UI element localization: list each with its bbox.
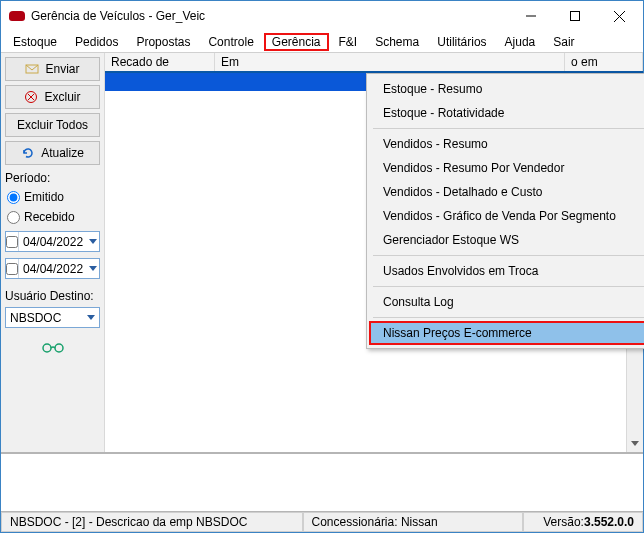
date-to-dropdown[interactable] xyxy=(87,259,99,278)
radio-recebido[interactable]: Recebido xyxy=(5,209,100,225)
menuitem-vendidos-resumo-por-vendedor[interactable]: Vendidos - Resumo Por Vendedor xyxy=(369,156,644,180)
menu-estoque[interactable]: Estoque xyxy=(5,33,65,51)
menuitem-consulta-log[interactable]: Consulta Log xyxy=(369,290,644,314)
main-area: Recado de Em o em Estoque - ResumoEstoqu… xyxy=(105,53,643,452)
date-to-value: 04/04/2022 xyxy=(19,262,87,276)
enviar-button[interactable]: Enviar xyxy=(5,57,100,81)
radio-emitido[interactable]: Emitido xyxy=(5,189,100,205)
menu-ger-ncia[interactable]: Gerência xyxy=(264,33,329,51)
titlebar: Gerência de Veículos - Ger_Veic xyxy=(1,1,643,31)
col-em[interactable]: Em xyxy=(215,53,565,71)
chevron-down-icon xyxy=(89,266,97,271)
menu-separator xyxy=(373,286,644,287)
menu-pedidos[interactable]: Pedidos xyxy=(67,33,126,51)
grid-headers: Recado de Em o em xyxy=(105,53,643,73)
periodo-label: Período: xyxy=(5,171,100,185)
menu-f-i[interactable]: F&I xyxy=(331,33,366,51)
menuitem-vendidos-detalhado-e-custo[interactable]: Vendidos - Detalhado e Custo xyxy=(369,180,644,204)
excluir-button[interactable]: Excluir xyxy=(5,85,100,109)
radio-recebido-input[interactable] xyxy=(7,211,20,224)
menuitem-nissan-pre-os-e-commerce[interactable]: Nissan Preços E-commerce xyxy=(369,321,644,345)
menu-schema[interactable]: Schema xyxy=(367,33,427,51)
chevron-down-icon xyxy=(631,441,639,446)
menu-utilit-rios[interactable]: Utilitários xyxy=(429,33,494,51)
status-right: Versão: 3.552.0.0 xyxy=(523,512,643,532)
mail-icon xyxy=(25,62,39,76)
menuitem-estoque-rotatividade[interactable]: Estoque - Rotatividade xyxy=(369,101,644,125)
glasses-icon[interactable] xyxy=(5,340,100,357)
grid-body[interactable]: Estoque - ResumoEstoque - RotatividadeVe… xyxy=(105,73,643,452)
col-recado-de[interactable]: Recado de xyxy=(105,53,215,71)
scroll-down-button[interactable] xyxy=(627,435,643,452)
sidebar: Enviar Excluir Excluir Todos Atualize Pe… xyxy=(1,53,105,452)
maximize-button[interactable] xyxy=(553,2,597,30)
body: Enviar Excluir Excluir Todos Atualize Pe… xyxy=(1,53,643,452)
svg-point-9 xyxy=(55,344,63,352)
excluir-label: Excluir xyxy=(44,90,80,104)
date-from-check[interactable] xyxy=(6,232,19,251)
menuitem-vendidos-resumo[interactable]: Vendidos - Resumo xyxy=(369,132,644,156)
radio-recebido-label: Recebido xyxy=(24,210,75,224)
menu-separator xyxy=(373,317,644,318)
gerencia-dropdown: Estoque - ResumoEstoque - RotatividadeVe… xyxy=(366,73,644,349)
menu-separator xyxy=(373,255,644,256)
menu-separator xyxy=(373,128,644,129)
chevron-down-icon xyxy=(89,239,97,244)
date-from-value: 04/04/2022 xyxy=(19,235,87,249)
delete-icon xyxy=(24,90,38,104)
svg-rect-1 xyxy=(571,12,580,21)
chevron-down-icon xyxy=(87,315,95,320)
status-bar: NBSDOC - [2] - Descricao da emp NBSDOC C… xyxy=(1,512,643,532)
enviar-label: Enviar xyxy=(45,62,79,76)
atualize-label: Atualize xyxy=(41,146,84,160)
usuario-combo[interactable]: NBSDOC xyxy=(5,307,100,328)
close-button[interactable] xyxy=(597,2,641,30)
status-left: NBSDOC - [2] - Descricao da emp NBSDOC xyxy=(1,512,303,532)
date-from-checkbox[interactable] xyxy=(6,236,18,248)
excluir-todos-label: Excluir Todos xyxy=(17,118,88,132)
lower-panel xyxy=(1,452,643,512)
menuitem-vendidos-gr-fico-de-venda-por-segmento[interactable]: Vendidos - Gráfico de Venda Por Segmento xyxy=(369,204,644,228)
svg-point-8 xyxy=(43,344,51,352)
date-to-check[interactable] xyxy=(6,259,19,278)
usuario-dropdown[interactable] xyxy=(83,308,99,327)
refresh-icon xyxy=(21,146,35,160)
usuario-value: NBSDOC xyxy=(6,311,83,325)
date-from[interactable]: 04/04/2022 xyxy=(5,231,100,252)
date-to[interactable]: 04/04/2022 xyxy=(5,258,100,279)
atualize-button[interactable]: Atualize xyxy=(5,141,100,165)
app-icon xyxy=(9,11,25,21)
window-title: Gerência de Veículos - Ger_Veic xyxy=(31,9,509,23)
excluir-todos-button[interactable]: Excluir Todos xyxy=(5,113,100,137)
menuitem-gerenciador-estoque-ws[interactable]: Gerenciador Estoque WS xyxy=(369,228,644,252)
menu-controle[interactable]: Controle xyxy=(200,33,261,51)
menu-sair[interactable]: Sair xyxy=(545,33,582,51)
minimize-button[interactable] xyxy=(509,2,553,30)
app-window: Gerência de Veículos - Ger_Veic EstoqueP… xyxy=(0,0,644,533)
menu-ajuda[interactable]: Ajuda xyxy=(497,33,544,51)
radio-emitido-label: Emitido xyxy=(24,190,64,204)
menuitem-usados-envolvidos-em-troca[interactable]: Usados Envolvidos em Troca xyxy=(369,259,644,283)
date-from-dropdown[interactable] xyxy=(87,232,99,251)
radio-emitido-input[interactable] xyxy=(7,191,20,204)
usuario-label: Usuário Destino: xyxy=(5,289,100,303)
menubar: EstoquePedidosPropostasControleGerênciaF… xyxy=(1,31,643,53)
menuitem-estoque-resumo[interactable]: Estoque - Resumo xyxy=(369,77,644,101)
date-to-checkbox[interactable] xyxy=(6,263,18,275)
menu-propostas[interactable]: Propostas xyxy=(128,33,198,51)
status-center: Concessionária: Nissan xyxy=(303,512,524,532)
col-o-em[interactable]: o em xyxy=(565,53,643,71)
